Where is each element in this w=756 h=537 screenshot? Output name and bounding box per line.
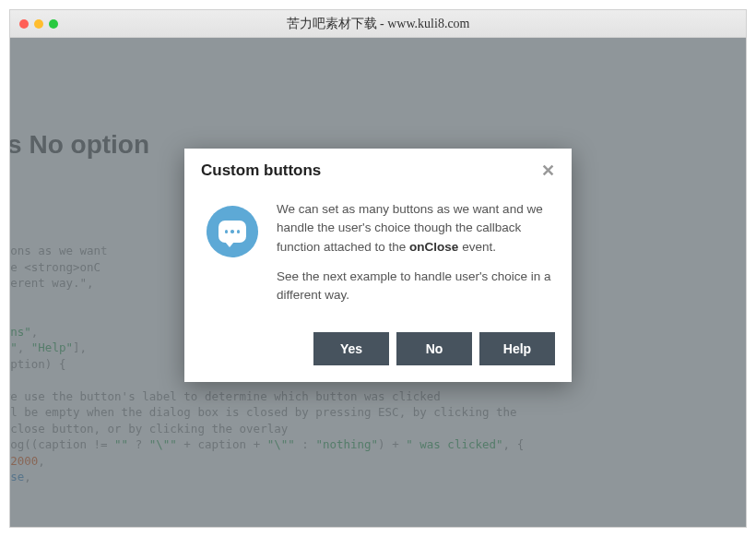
help-button[interactable]: Help <box>479 332 555 365</box>
no-button[interactable]: No <box>396 332 472 365</box>
maximize-window-dot[interactable] <box>49 19 58 29</box>
dialog-paragraph2: See the next example to handle user's ch… <box>277 268 551 305</box>
page-content: h Yes No option any buttons as we want "… <box>10 38 746 527</box>
question-icon <box>205 200 260 316</box>
dialog-onclose-strong: onClose <box>409 240 458 254</box>
dialog: Custom buttons ✕ <box>184 149 572 382</box>
close-window-dot[interactable] <box>19 19 29 29</box>
window-title: 苦力吧素材下载 - www.kuli8.com <box>10 16 746 32</box>
modal-overlay[interactable]: Custom buttons ✕ <box>10 38 746 527</box>
dialog-header: Custom buttons ✕ <box>184 149 572 189</box>
minimize-window-dot[interactable] <box>34 19 43 29</box>
dialog-title: Custom buttons <box>201 161 321 180</box>
dialog-text: We can set as many buttons as we want an… <box>277 200 551 316</box>
window-controls <box>10 19 58 29</box>
titlebar: 苦力吧素材下载 - www.kuli8.com <box>10 10 746 38</box>
close-icon[interactable]: ✕ <box>541 162 555 179</box>
dialog-body: We can set as many buttons as we want an… <box>184 189 572 332</box>
browser-window: 苦力吧素材下载 - www.kuli8.com h Yes No option … <box>9 9 747 528</box>
yes-button[interactable]: Yes <box>313 332 389 365</box>
dialog-button-row: Yes No Help <box>184 332 572 382</box>
dialog-paragraph1-post: event. <box>458 240 496 254</box>
